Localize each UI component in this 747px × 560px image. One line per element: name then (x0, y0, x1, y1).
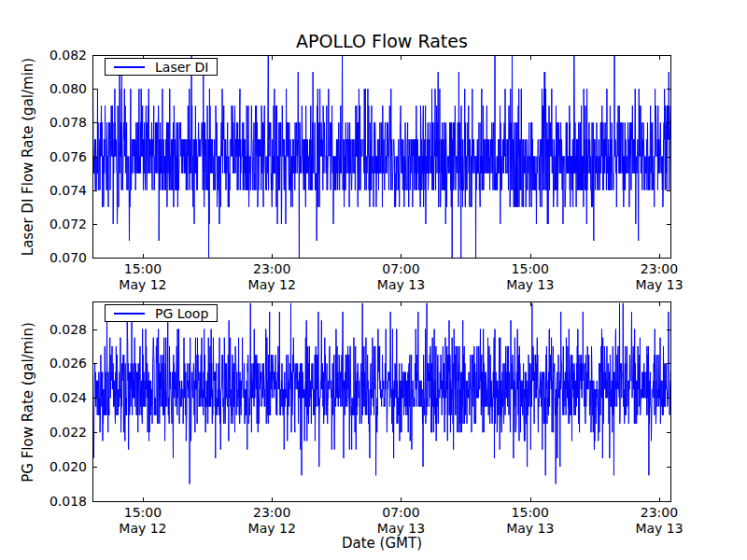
y-tick-label: 0.078 (18, 114, 87, 131)
x-tick-date: May 13 (616, 277, 702, 293)
x-tick-time: 07:00 (358, 505, 444, 521)
x-tick-date: May 12 (100, 277, 186, 293)
laser-di-subplot: Laser DI Flow Rate (gal/min) Laser DI 0.… (92, 55, 671, 259)
y-tick-label: 0.022 (18, 424, 87, 441)
y-tick-label: 0.080 (18, 80, 87, 97)
y-tick-label: 0.074 (18, 182, 87, 199)
x-tick-time: 23:00 (616, 261, 702, 277)
x-tick-label: 23:00May 12 (229, 261, 315, 293)
x-tick-date: May 13 (358, 277, 444, 293)
y-tick-label: 0.020 (18, 458, 87, 475)
x-tick-label: 23:00May 12 (229, 505, 315, 537)
x-tick-time: 15:00 (100, 261, 186, 277)
legend-line-sample-icon (114, 313, 145, 315)
x-tick-time: 23:00 (616, 505, 702, 521)
x-tick-date: May 13 (487, 277, 573, 293)
figure: APOLLO Flow Rates Laser DI Flow Rate (ga… (0, 0, 747, 560)
pg-loop-subplot: PG Flow Rate (gal/min) PG Loop 0.0180.02… (92, 301, 671, 502)
x-tick-time: 15:00 (487, 505, 573, 521)
y-tick-label: 0.028 (18, 321, 87, 338)
x-tick-label: 15:00May 13 (487, 505, 573, 537)
legend-label: Laser DI (155, 60, 208, 75)
x-tick-label: 07:00May 13 (358, 261, 444, 293)
page-title: APOLLO Flow Rates (92, 31, 671, 51)
x-tick-label: 23:00May 13 (616, 505, 702, 537)
x-axis-label: Date (GMT) (92, 535, 671, 552)
x-tick-time: 23:00 (229, 505, 315, 521)
y-tick-label: 0.026 (18, 355, 87, 371)
y-tick-label: 0.082 (18, 47, 87, 63)
legend-pg-loop: PG Loop (105, 304, 218, 322)
y-tick-label: 0.076 (18, 148, 87, 165)
legend-label: PG Loop (155, 306, 208, 321)
x-tick-time: 15:00 (100, 505, 186, 521)
legend-laser-di: Laser DI (105, 58, 218, 76)
x-tick-time: 15:00 (487, 261, 573, 277)
x-tick-label: 07:00May 13 (358, 505, 444, 537)
x-tick-time: 23:00 (229, 261, 315, 277)
y-tick-label: 0.024 (18, 389, 87, 406)
pg-loop-series-canvas (92, 301, 671, 502)
y-tick-label: 0.072 (18, 216, 87, 232)
x-tick-label: 15:00May 13 (487, 261, 573, 293)
x-tick-time: 07:00 (358, 261, 444, 277)
laser-di-series-canvas (92, 55, 671, 259)
x-tick-label: 23:00May 13 (616, 261, 702, 293)
y-tick-label: 0.018 (18, 493, 87, 510)
x-tick-label: 15:00May 12 (100, 261, 186, 293)
y-tick-label: 0.070 (18, 249, 87, 266)
legend-line-sample-icon (114, 66, 145, 68)
x-tick-date: May 12 (229, 277, 315, 293)
x-tick-label: 15:00May 12 (100, 505, 186, 537)
